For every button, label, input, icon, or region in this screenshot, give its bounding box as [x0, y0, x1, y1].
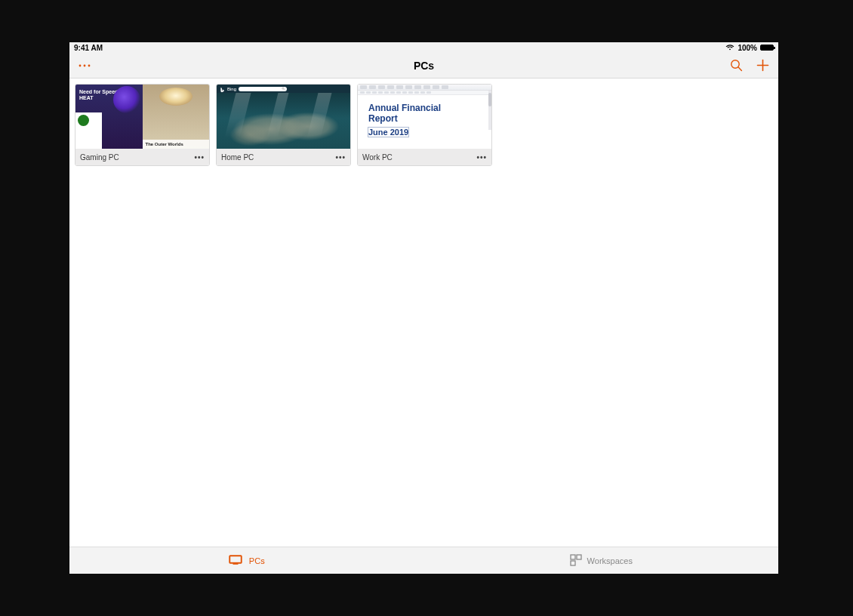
- more-menu-button[interactable]: [79, 63, 91, 68]
- svg-rect-13: [577, 555, 581, 559]
- svg-line-8: [284, 89, 285, 90]
- status-battery-pct: 100%: [738, 44, 757, 52]
- tab-pcs[interactable]: PCs: [69, 547, 424, 574]
- battery-icon: [760, 45, 774, 51]
- svg-point-1: [84, 64, 86, 66]
- pc-tile-footer: Gaming PC •••: [75, 149, 209, 165]
- wifi-icon: [725, 44, 734, 52]
- tab-pcs-label: PCs: [249, 556, 265, 565]
- tab-workspaces[interactable]: Workspaces: [424, 547, 779, 574]
- workspaces-icon: [570, 554, 582, 568]
- thumb-scrollbar: [488, 91, 491, 130]
- tab-workspaces-label: Workspaces: [587, 556, 633, 565]
- status-right: 100%: [725, 44, 774, 52]
- pc-tile-gaming[interactable]: Need for Speed™ HEAT The Outer Worlds Ga…: [75, 84, 210, 166]
- pc-tile-label: Work PC: [362, 153, 393, 162]
- thumb-caption-title: The Outer Worlds: [146, 142, 207, 146]
- pc-grid: Need for Speed™ HEAT The Outer Worlds Ga…: [69, 79, 778, 547]
- pc-tile-label: Home PC: [221, 153, 254, 162]
- pc-thumbnail: Annual Financial Report June 2019: [358, 85, 491, 149]
- nav-title: PCs: [69, 60, 778, 72]
- pc-tile-more-button[interactable]: •••: [476, 153, 487, 162]
- svg-rect-11: [232, 563, 238, 565]
- svg-rect-12: [571, 555, 575, 559]
- pc-thumbnail: Need for Speed™ HEAT The Outer Worlds: [75, 85, 209, 149]
- svg-point-7: [282, 88, 284, 89]
- doc-subtitle: June 2019: [368, 128, 408, 137]
- doc-title-line1: Annual Financial: [368, 103, 481, 114]
- desktop-icon: [229, 555, 244, 567]
- status-time: 9:41 AM: [74, 44, 103, 52]
- pc-tile-footer: Home PC •••: [217, 149, 350, 165]
- bing-label: Bing: [227, 87, 236, 91]
- pc-tile-more-button[interactable]: •••: [194, 153, 205, 162]
- svg-point-2: [88, 64, 91, 66]
- pc-tile-home[interactable]: Bing Home PC •••: [216, 84, 351, 166]
- add-button[interactable]: [756, 59, 769, 72]
- svg-rect-14: [571, 561, 575, 565]
- thumb-search-bar: [239, 87, 287, 91]
- bottom-tab-bar: PCs Workspaces: [69, 547, 778, 574]
- search-button[interactable]: [730, 59, 743, 72]
- status-bar: 9:41 AM 100%: [69, 42, 778, 53]
- app-frame: 9:41 AM 100% PCs: [69, 42, 778, 574]
- doc-title-line2: Report: [368, 114, 481, 125]
- pc-tile-more-button[interactable]: •••: [335, 153, 346, 162]
- pc-tile-work[interactable]: Annual Financial Report June 2019 Work P…: [357, 84, 492, 166]
- pc-tile-label: Gaming PC: [80, 153, 119, 162]
- svg-point-0: [79, 64, 82, 66]
- pc-tile-footer: Work PC •••: [358, 149, 491, 165]
- nav-bar: PCs: [69, 53, 778, 79]
- svg-rect-10: [230, 556, 241, 562]
- svg-line-4: [738, 67, 741, 70]
- pc-thumbnail: Bing: [217, 85, 350, 149]
